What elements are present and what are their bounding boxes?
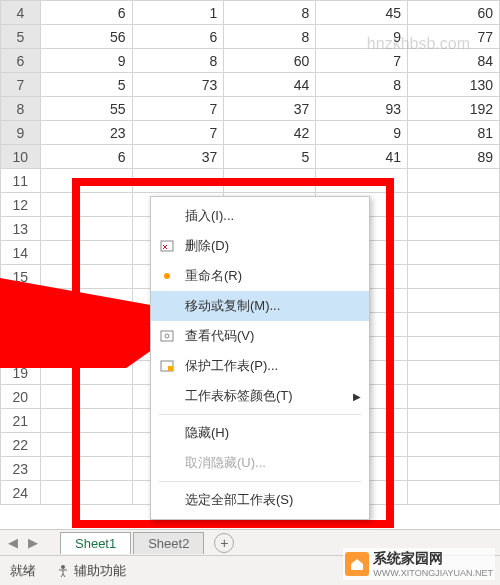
cell[interactable] <box>316 169 408 193</box>
cell[interactable] <box>40 457 132 481</box>
cell[interactable]: 37 <box>132 145 224 169</box>
cell[interactable]: 1 <box>132 1 224 25</box>
cell[interactable] <box>408 289 500 313</box>
cell[interactable]: 5 <box>224 145 316 169</box>
cell[interactable]: 6 <box>40 1 132 25</box>
menu-delete[interactable]: 删除(D) <box>151 231 369 261</box>
cell[interactable]: 84 <box>408 49 500 73</box>
cell[interactable] <box>408 241 500 265</box>
cell[interactable]: 6 <box>132 25 224 49</box>
nav-next-icon[interactable]: ▶ <box>28 535 38 550</box>
cell[interactable] <box>40 313 132 337</box>
table-row[interactable]: 85573793192 <box>1 97 500 121</box>
table-row[interactable]: 1063754189 <box>1 145 500 169</box>
menu-move-copy[interactable]: 移动或复制(M)... <box>151 291 369 321</box>
new-sheet-button[interactable]: + <box>214 533 234 553</box>
cell[interactable] <box>40 169 132 193</box>
cell[interactable]: 9 <box>40 49 132 73</box>
row-header[interactable]: 21 <box>1 409 41 433</box>
cell[interactable] <box>40 337 132 361</box>
table-row[interactable]: 11 <box>1 169 500 193</box>
cell[interactable]: 7 <box>132 97 224 121</box>
row-header[interactable]: 14 <box>1 241 41 265</box>
cell[interactable] <box>40 265 132 289</box>
row-header[interactable]: 11 <box>1 169 41 193</box>
cell[interactable]: 37 <box>224 97 316 121</box>
cell[interactable]: 77 <box>408 25 500 49</box>
cell[interactable] <box>408 217 500 241</box>
cell[interactable]: 81 <box>408 121 500 145</box>
row-header[interactable]: 24 <box>1 481 41 505</box>
cell[interactable]: 73 <box>132 73 224 97</box>
cell[interactable] <box>408 169 500 193</box>
menu-rename[interactable]: 重命名(R) <box>151 261 369 291</box>
cell[interactable]: 45 <box>316 1 408 25</box>
cell[interactable]: 56 <box>40 25 132 49</box>
cell[interactable] <box>40 433 132 457</box>
cell[interactable]: 93 <box>316 97 408 121</box>
nav-prev-icon[interactable]: ◀ <box>8 535 18 550</box>
menu-tab-color[interactable]: 工作表标签颜色(T) ▶ <box>151 381 369 411</box>
table-row[interactable]: 46184560 <box>1 1 500 25</box>
cell[interactable]: 44 <box>224 73 316 97</box>
cell[interactable]: 23 <box>40 121 132 145</box>
cell[interactable]: 6 <box>40 145 132 169</box>
row-header[interactable]: 12 <box>1 193 41 217</box>
row-header[interactable]: 19 <box>1 361 41 385</box>
cell[interactable]: 89 <box>408 145 500 169</box>
menu-insert[interactable]: 插入(I)... <box>151 201 369 231</box>
cell[interactable] <box>408 313 500 337</box>
cell[interactable] <box>224 169 316 193</box>
cell[interactable] <box>40 409 132 433</box>
row-header[interactable]: 4 <box>1 1 41 25</box>
cell[interactable]: 8 <box>224 25 316 49</box>
table-row[interactable]: 923742981 <box>1 121 500 145</box>
cell[interactable]: 42 <box>224 121 316 145</box>
row-header[interactable]: 20 <box>1 385 41 409</box>
cell[interactable] <box>40 289 132 313</box>
row-header[interactable]: 17 <box>1 313 41 337</box>
cell[interactable] <box>408 193 500 217</box>
row-header[interactable]: 16 <box>1 289 41 313</box>
cell[interactable] <box>40 193 132 217</box>
cell[interactable]: 8 <box>224 1 316 25</box>
cell[interactable] <box>408 481 500 505</box>
row-header[interactable]: 18 <box>1 337 41 361</box>
row-header[interactable]: 5 <box>1 25 41 49</box>
tab-sheet2[interactable]: Sheet2 <box>133 532 204 554</box>
cell[interactable]: 130 <box>408 73 500 97</box>
cell[interactable] <box>408 265 500 289</box>
cell[interactable]: 7 <box>132 121 224 145</box>
row-header[interactable]: 23 <box>1 457 41 481</box>
cell[interactable]: 9 <box>316 121 408 145</box>
cell[interactable] <box>40 241 132 265</box>
cell[interactable]: 5 <box>40 73 132 97</box>
row-header[interactable]: 13 <box>1 217 41 241</box>
menu-hide[interactable]: 隐藏(H) <box>151 418 369 448</box>
row-header[interactable]: 6 <box>1 49 41 73</box>
accessibility-status[interactable]: 辅助功能 <box>56 562 126 580</box>
menu-select-all[interactable]: 选定全部工作表(S) <box>151 485 369 515</box>
cell[interactable]: 8 <box>132 49 224 73</box>
cell[interactable]: 192 <box>408 97 500 121</box>
table-row[interactable]: 69860784 <box>1 49 500 73</box>
row-header[interactable]: 10 <box>1 145 41 169</box>
table-row[interactable]: 55668977 <box>1 25 500 49</box>
row-header[interactable]: 15 <box>1 265 41 289</box>
cell[interactable] <box>408 361 500 385</box>
menu-protect[interactable]: 保护工作表(P)... <box>151 351 369 381</box>
tab-sheet1[interactable]: Sheet1 <box>60 532 131 554</box>
cell[interactable]: 55 <box>40 97 132 121</box>
cell[interactable]: 60 <box>408 1 500 25</box>
cell[interactable] <box>40 385 132 409</box>
cell[interactable]: 41 <box>316 145 408 169</box>
row-header[interactable]: 7 <box>1 73 41 97</box>
cell[interactable] <box>408 457 500 481</box>
cell[interactable]: 8 <box>316 73 408 97</box>
table-row[interactable]: 7573448130 <box>1 73 500 97</box>
row-header[interactable]: 22 <box>1 433 41 457</box>
tab-nav-arrows[interactable]: ◀ ▶ <box>8 535 38 550</box>
row-header[interactable]: 9 <box>1 121 41 145</box>
cell[interactable] <box>132 169 224 193</box>
cell[interactable] <box>408 433 500 457</box>
